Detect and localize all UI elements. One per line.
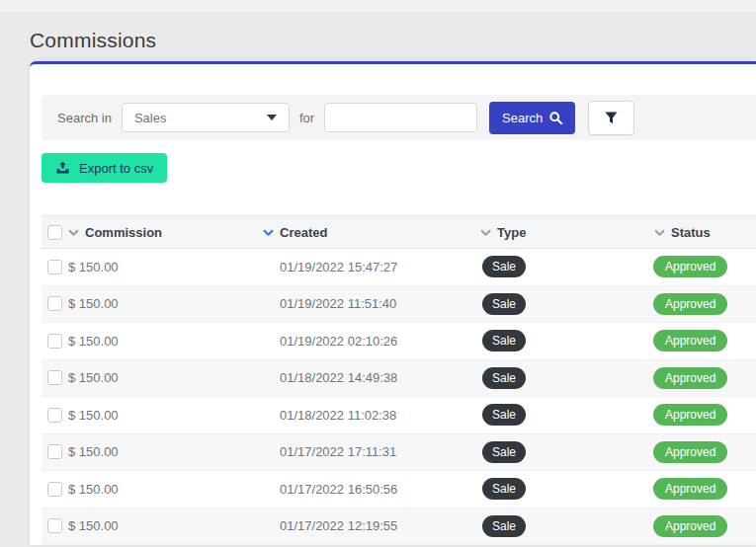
created-value: 01/17/2022 16:50:56 [261, 482, 478, 497]
type-cell: Sale [478, 441, 652, 463]
status-cell: Approved [652, 515, 756, 537]
export-csv-label: Export to csv [79, 161, 153, 176]
type-badge: Sale [482, 293, 526, 315]
status-badge: Approved [653, 515, 727, 537]
created-value: 01/18/2022 14:49:38 [261, 370, 478, 385]
chevron-down-icon[interactable] [479, 226, 492, 239]
status-badge: Approved [653, 256, 727, 277]
status-cell: Approved [652, 256, 756, 277]
upload-icon [55, 161, 70, 175]
table-header-row: Commission Created Type [42, 215, 756, 249]
commission-value: $ 150.00 [67, 334, 119, 349]
status-cell: Approved [652, 293, 756, 315]
type-cell: Sale [478, 330, 652, 352]
type-badge: Sale [482, 330, 526, 352]
search-bar: Search in Sales for Search [42, 95, 756, 140]
commissions-table: Commission Created Type [42, 215, 756, 545]
row-checkbox[interactable] [47, 260, 62, 274]
table-row: $ 150.00 01/17/2022 12:19:55 Sale Approv… [42, 508, 756, 546]
table-row: $ 150.00 01/19/2022 11:51:40 Sale Approv… [42, 286, 756, 324]
created-value: 01/18/2022 11:02:38 [261, 408, 478, 423]
caret-down-icon [267, 115, 277, 120]
type-badge: Sale [482, 441, 526, 463]
status-cell: Approved [652, 478, 756, 500]
commission-cell: $ 150.00 [42, 334, 261, 349]
commission-cell: $ 150.00 [42, 444, 261, 459]
type-badge: Sale [482, 478, 526, 500]
type-cell: Sale [478, 367, 652, 389]
status-cell: Approved [652, 367, 756, 389]
search-input[interactable] [324, 103, 477, 132]
search-in-label: Search in [57, 111, 112, 125]
status-badge: Approved [653, 293, 727, 315]
select-all-checkbox[interactable] [47, 225, 62, 240]
status-badge: Approved [653, 478, 727, 500]
commission-cell: $ 150.00 [42, 260, 261, 274]
type-cell: Sale [478, 293, 652, 315]
status-cell: Approved [652, 404, 756, 426]
search-icon [549, 112, 562, 124]
type-badge: Sale [482, 404, 526, 426]
type-cell: Sale [478, 478, 652, 500]
commission-value: $ 150.00 [67, 260, 119, 274]
header-commission[interactable]: Commission [42, 225, 261, 240]
chevron-down-icon[interactable] [653, 226, 666, 239]
search-button[interactable]: Search [489, 102, 575, 134]
export-csv-button[interactable]: Export to csv [42, 153, 167, 183]
commission-value: $ 150.00 [67, 482, 119, 497]
search-in-select[interactable]: Sales [122, 103, 290, 132]
chevron-down-icon[interactable] [67, 226, 80, 239]
filter-button[interactable] [588, 101, 634, 135]
commission-cell: $ 150.00 [42, 408, 261, 423]
status-badge: Approved [653, 367, 727, 389]
commission-cell: $ 150.00 [42, 370, 261, 385]
commission-value: $ 150.00 [67, 370, 119, 385]
row-checkbox[interactable] [47, 482, 62, 497]
created-value: 01/19/2022 11:51:40 [261, 296, 478, 311]
commission-value: $ 150.00 [67, 444, 119, 459]
created-value: 01/19/2022 02:10:26 [261, 334, 478, 349]
for-label: for [299, 111, 314, 125]
column-label: Commission [85, 225, 162, 240]
status-badge: Approved [653, 330, 727, 352]
commission-cell: $ 150.00 [42, 482, 261, 497]
created-value: 01/19/2022 15:47:27 [261, 260, 478, 274]
header-type[interactable]: Type [478, 225, 652, 240]
column-label: Type [497, 225, 526, 240]
row-checkbox[interactable] [47, 408, 62, 423]
row-checkbox[interactable] [47, 518, 62, 533]
created-value: 01/17/2022 12:19:55 [261, 518, 478, 533]
chevron-down-icon-sorted[interactable] [262, 226, 275, 239]
status-badge: Approved [653, 404, 727, 426]
commission-cell: $ 150.00 [42, 296, 261, 311]
table-row: $ 150.00 01/19/2022 02:10:26 Sale Approv… [42, 323, 756, 360]
type-cell: Sale [478, 404, 652, 426]
top-navbar-edge [0, 0, 756, 13]
type-badge: Sale [482, 367, 526, 389]
search-in-selected-value: Sales [134, 111, 167, 125]
commission-value: $ 150.00 [67, 518, 119, 533]
status-badge: Approved [653, 441, 727, 463]
header-status[interactable]: Status [652, 225, 756, 240]
type-badge: Sale [482, 515, 526, 537]
status-cell: Approved [652, 441, 756, 463]
commission-cell: $ 150.00 [42, 518, 261, 533]
column-label: Status [671, 225, 711, 240]
search-button-label: Search [502, 111, 543, 125]
funnel-icon [604, 111, 619, 125]
table-row: $ 150.00 01/17/2022 16:50:56 Sale Approv… [42, 471, 756, 508]
table-body: $ 150.00 01/19/2022 15:47:27 Sale Approv… [42, 249, 756, 545]
row-checkbox[interactable] [47, 444, 62, 459]
row-checkbox[interactable] [47, 296, 62, 311]
commission-value: $ 150.00 [67, 408, 119, 423]
row-checkbox[interactable] [47, 370, 62, 385]
row-checkbox[interactable] [47, 334, 62, 349]
type-cell: Sale [478, 256, 652, 277]
type-cell: Sale [478, 515, 652, 537]
header-created[interactable]: Created [261, 225, 478, 240]
type-badge: Sale [482, 256, 526, 277]
table-row: $ 150.00 01/17/2022 17:11:31 Sale Approv… [42, 434, 756, 472]
page-title: Commissions [30, 27, 756, 54]
table-row: $ 150.00 01/18/2022 14:49:38 Sale Approv… [42, 360, 756, 398]
created-value: 01/17/2022 17:11:31 [261, 444, 478, 459]
